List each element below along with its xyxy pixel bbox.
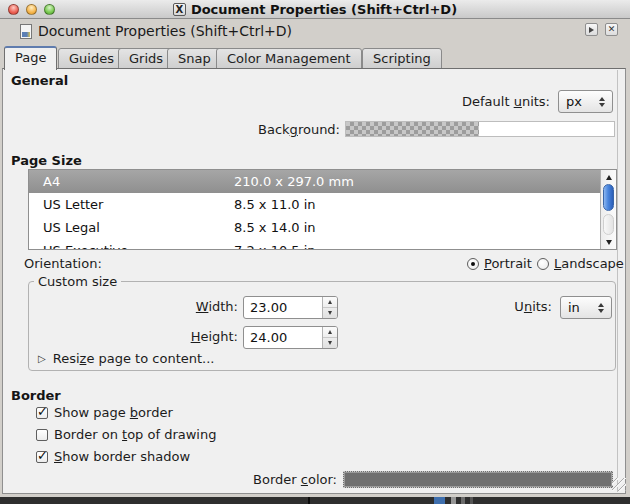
page-size-heading: Page Size xyxy=(11,153,82,168)
list-item-a4[interactable]: A4 210.0 x 297.0 mm xyxy=(29,170,616,193)
tab-guides[interactable]: Guides xyxy=(58,48,125,69)
show-border-shadow-checkbox[interactable]: ✓ xyxy=(36,451,48,463)
background-window-detail xyxy=(434,497,445,504)
border-color-label: Border color: xyxy=(220,472,337,487)
background-window-strip xyxy=(0,497,630,504)
width-input[interactable]: 23.00 xyxy=(243,296,338,319)
tab-grids[interactable]: Grids xyxy=(118,48,174,69)
tab-scripting[interactable]: Scripting xyxy=(362,48,442,69)
spin-down-icon[interactable] xyxy=(323,338,337,348)
default-units-combo[interactable]: px xyxy=(558,90,613,113)
close-traffic-light-icon[interactable] xyxy=(8,4,19,15)
checkmark-icon: ✓ xyxy=(37,404,48,419)
spin-down-icon[interactable] xyxy=(323,308,337,318)
mac-title-group: X Document Properties (Shift+Ctrl+D) xyxy=(173,2,457,17)
alpha-checkerboard xyxy=(346,122,479,136)
background-window-detail xyxy=(451,497,456,504)
show-page-border-label[interactable]: Show page border xyxy=(54,405,173,420)
portrait-radio[interactable] xyxy=(467,258,479,270)
document-icon xyxy=(20,24,32,39)
scrollbar-thumb[interactable] xyxy=(603,184,614,211)
close-dialog-button[interactable]: ✕ xyxy=(605,23,618,36)
height-value[interactable]: 24.00 xyxy=(244,327,322,348)
portrait-label[interactable]: Portrait xyxy=(484,256,532,271)
detach-arrow-icon xyxy=(589,27,594,33)
width-label: Width: xyxy=(120,299,238,314)
width-value[interactable]: 23.00 xyxy=(244,297,322,318)
default-units-label: Default units: xyxy=(420,94,550,109)
spin-up-icon[interactable] xyxy=(323,327,337,338)
list-item-us-executive[interactable]: US Executive 7.2 x 10.5 in xyxy=(29,239,616,250)
border-on-top-checkbox[interactable] xyxy=(36,429,48,441)
tab-page[interactable]: Page xyxy=(4,46,57,70)
tab-snap[interactable]: Snap xyxy=(167,48,222,69)
tab-bar: Page Guides Grids Snap Color Management … xyxy=(0,45,630,69)
height-input[interactable]: 24.00 xyxy=(243,326,338,349)
height-label: Height: xyxy=(120,329,238,344)
background-window-detail xyxy=(308,497,310,504)
background-label: Background: xyxy=(200,122,340,137)
chevron-updown-icon xyxy=(598,303,604,313)
dialog-title: Document Properties (Shift+Ctrl+D) xyxy=(38,23,292,39)
resize-page-expander[interactable]: ▷ Resize page to content... xyxy=(38,351,214,366)
scrollbar-track[interactable] xyxy=(603,214,614,235)
window-title: Document Properties (Shift+Ctrl+D) xyxy=(191,2,457,17)
tab-color-management[interactable]: Color Management xyxy=(216,48,362,69)
background-solid-color xyxy=(479,122,614,136)
radio-dot-icon xyxy=(471,262,475,266)
border-color-button[interactable] xyxy=(343,471,613,488)
resize-grip[interactable] xyxy=(612,478,626,491)
document-properties-window: X Document Properties (Shift+Ctrl+D) Doc… xyxy=(0,0,630,504)
background-window-detail xyxy=(470,497,473,504)
units-value: in xyxy=(568,300,580,315)
panel-edge-line xyxy=(617,70,618,492)
general-heading: General xyxy=(11,73,68,88)
list-item-us-legal[interactable]: US Legal 8.5 x 14.0 in xyxy=(29,216,616,239)
x11-app-icon: X xyxy=(173,3,186,16)
chevron-updown-icon xyxy=(599,97,605,107)
spin-up-icon[interactable] xyxy=(323,297,337,308)
landscape-radio[interactable] xyxy=(537,258,549,270)
scroll-up-icon[interactable] xyxy=(601,171,616,183)
show-page-border-checkbox[interactable]: ✓ xyxy=(36,407,48,419)
zoom-traffic-light-icon[interactable] xyxy=(44,4,55,15)
scroll-down-icon[interactable] xyxy=(601,236,616,248)
border-on-top-label[interactable]: Border on top of drawing xyxy=(54,427,216,442)
units-combo[interactable]: in xyxy=(560,296,612,319)
list-item-us-letter[interactable]: US Letter 8.5 x 11.0 in xyxy=(29,193,616,216)
background-window-detail xyxy=(461,497,465,504)
mac-titlebar: X Document Properties (Shift+Ctrl+D) xyxy=(0,0,630,19)
border-heading: Border xyxy=(11,388,61,403)
resize-page-label: Resize page to content... xyxy=(53,351,215,366)
expander-triangle-icon: ▷ xyxy=(38,352,46,366)
units-label: Units: xyxy=(440,299,552,314)
default-units-value: px xyxy=(566,94,582,109)
custom-size-legend: Custom size xyxy=(34,274,121,289)
orientation-label: Orientation: xyxy=(24,256,102,271)
landscape-label[interactable]: Landscape xyxy=(554,256,624,271)
scrollbar[interactable] xyxy=(600,170,616,249)
width-spinner[interactable] xyxy=(322,297,337,318)
checkmark-icon: ✓ xyxy=(37,448,48,463)
height-spinner[interactable] xyxy=(322,327,337,348)
background-color-button[interactable] xyxy=(345,121,615,137)
detach-dialog-button[interactable] xyxy=(585,23,598,36)
minimize-traffic-light-icon[interactable] xyxy=(26,4,37,15)
show-border-shadow-label[interactable]: Show border shadow xyxy=(54,449,190,464)
page-size-list: A4 210.0 x 297.0 mm US Letter 8.5 x 11.0… xyxy=(28,169,617,250)
